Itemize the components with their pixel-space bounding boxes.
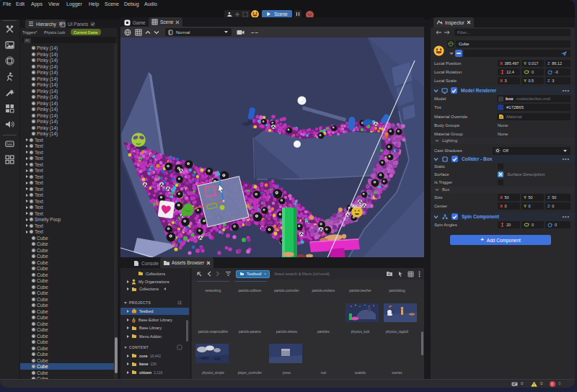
svg-text:BUTTS: BUTTS bbox=[351, 205, 362, 208]
